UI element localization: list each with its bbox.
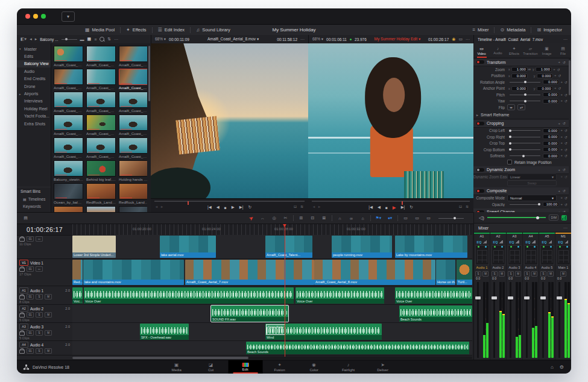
auto-select-button[interactable]: 01 [27, 236, 34, 242]
source-options-icon[interactable]: ··· [300, 37, 305, 42]
window-menu-button[interactable]: ▾ [62, 11, 75, 22]
slider-knob[interactable] [524, 93, 526, 96]
insert-clip-icon[interactable]: ⊞ [297, 214, 305, 222]
bin-tree-item-audio[interactable]: Audio [17, 67, 51, 75]
track-lock-icon[interactable] [19, 268, 25, 272]
track-header-a1[interactable]: A1Audio 12.001SM8 Clips [17, 287, 72, 305]
track-header-a2[interactable]: A2Audio 22.001SM5 Clips [17, 305, 72, 323]
track-lock-icon[interactable] [19, 349, 25, 354]
mute-button[interactable]: M [45, 294, 52, 299]
replace-clip-icon[interactable]: ⊠ [320, 214, 328, 222]
row-value-field[interactable]: 0.000 [543, 128, 559, 133]
eq-curve-icon[interactable] [515, 240, 519, 243]
mute-button[interactable]: M [45, 348, 52, 354]
panel-toggle-icon[interactable]: ◧▾ [21, 37, 27, 42]
reset-icon[interactable]: ↺ [563, 189, 566, 193]
strip-solo-button[interactable]: S [524, 271, 530, 277]
add-keyframe-icon[interactable]: + [560, 128, 563, 133]
row-dropdown[interactable]: Linear▾ [507, 174, 557, 180]
solo-button[interactable]: S [36, 312, 43, 318]
media-clip-19[interactable]: Ocean_by_balcony... [54, 183, 83, 204]
reset-icon[interactable]: ↺ [557, 67, 560, 72]
page-button-fairlight[interactable]: ♪Fairlight [331, 360, 365, 374]
track-lock-icon[interactable] [19, 313, 25, 318]
video-clip-amalfi-coast-aerial-7-mov[interactable]: Amalfi_Coast_Aerial_7.mov [185, 260, 314, 285]
strip-mute-button[interactable]: M [560, 271, 566, 277]
add-keyframe-icon[interactable]: + [554, 86, 557, 90]
reset-icon[interactable]: ↺ [563, 60, 566, 64]
add-keyframe-icon[interactable]: + [560, 93, 563, 97]
strip-solo-button[interactable]: S [508, 271, 514, 277]
media-clip-thumbnail[interactable] [86, 114, 116, 131]
fader-handle[interactable] [540, 296, 546, 299]
loop-button[interactable]: ↻ [248, 205, 251, 210]
section-enable-toggle[interactable] [476, 168, 484, 172]
settings-gear-icon[interactable]: ⚙ [560, 365, 564, 370]
video-clip-lower-3rd-simple-underl[interactable]: Lower 3rd Simple Underl... [72, 236, 116, 258]
zoom-detail-icon[interactable]: ▭ [413, 214, 421, 222]
eq-curve-icon[interactable] [564, 240, 568, 243]
add-keyframe-icon[interactable]: + [558, 168, 560, 172]
bin-tree-item-interviews[interactable]: Interviews [17, 98, 51, 105]
y-value-field[interactable]: 1.000 [536, 67, 552, 72]
track-header-v1[interactable]: V1Video 101▭17 Clips [17, 259, 72, 286]
media-clip-21[interactable]: RedRock_Landsca... [119, 183, 147, 204]
add-keyframe-icon[interactable]: + [558, 60, 560, 64]
toolbar-button-sound-library[interactable]: ♫Sound Library [191, 25, 236, 35]
media-clip-thumbnail[interactable] [86, 183, 116, 199]
play-reverse-button[interactable]: ◀ [217, 205, 220, 210]
pan-pad[interactable] [475, 245, 489, 265]
zoom-window-button[interactable] [41, 14, 46, 19]
row-slider[interactable] [510, 82, 540, 83]
inspector-tab-file[interactable]: ▤File [555, 43, 571, 58]
y-value-field[interactable]: 0.000 [537, 86, 553, 91]
row-slider[interactable] [510, 130, 540, 131]
reset-icon[interactable]: ↺ [558, 74, 561, 78]
timeline-zoom-slider[interactable] [438, 218, 464, 219]
audio-clip-sfx-overhead-wav[interactable]: SFX - Overhead.wav [140, 324, 189, 340]
reset-icon[interactable]: ↺ [564, 141, 567, 145]
toolbar-button-metadata[interactable]: ⊙Metadata [495, 25, 531, 35]
toolbar-button-edit-index[interactable]: ☰Edit Index [153, 25, 191, 35]
add-keyframe-icon[interactable]: + [560, 148, 563, 152]
fader-handle[interactable] [475, 296, 481, 299]
add-keyframe-icon[interactable]: + [560, 135, 563, 139]
source-clip-name[interactable]: Amalfi_Coast_Aerial_8.mov ▾ [192, 37, 274, 42]
source-right-tools[interactable]: ⊡≋ [294, 204, 303, 208]
timeline-playhead[interactable] [285, 224, 285, 357]
media-clip-10[interactable]: Amalfi_Coast_Tale... [54, 114, 83, 136]
pan-pad[interactable] [524, 245, 538, 265]
media-clip-15[interactable]: Amalfi_Coast_Tale... [119, 137, 147, 158]
fullscreen-icon[interactable]: ▭ [458, 37, 463, 42]
video-clip-horse-on-th[interactable]: Horse on th... [436, 260, 455, 285]
fader-track[interactable] [510, 282, 511, 358]
eq-label[interactable]: EQ [477, 240, 482, 244]
slider-knob[interactable] [509, 136, 511, 138]
tl-stop-button[interactable]: ■ [385, 205, 388, 210]
inspector-section-cropping[interactable]: Cropping+↺ [473, 120, 569, 128]
bin-tree-item-edits[interactable]: Edits [17, 52, 51, 60]
eq-label[interactable]: EQ [493, 240, 498, 244]
overwrite-clip-icon[interactable]: ⊟ [309, 214, 317, 222]
video-clip-lake-and-mountains-mov[interactable]: lake and mountains.mov [83, 260, 184, 285]
tree-expand-icon[interactable]: ▾ [19, 47, 24, 51]
flip-vertical-button[interactable]: ▴▾ [517, 104, 525, 110]
media-clip-thumbnail[interactable] [54, 92, 83, 108]
track-monitor-button[interactable]: ▭ [36, 266, 43, 272]
x-value-field[interactable]: 0.000 [511, 74, 528, 78]
track-header-a3[interactable]: A3Audio 32.001SM5 Clips [17, 323, 72, 341]
row-slider[interactable] [510, 155, 540, 156]
media-clip-thumbnail[interactable] [119, 69, 147, 85]
media-clip-9[interactable]: Amalfi_Coast_Tale... [119, 92, 147, 113]
track-lock-icon[interactable] [19, 331, 25, 336]
inspector-section-dynamic-zoom[interactable]: Dynamic Zoom+↺ [473, 166, 569, 174]
media-clip-thumbnail[interactable] [54, 46, 83, 62]
media-clip-thumbnail[interactable] [119, 114, 147, 131]
y-value-field[interactable]: 0.000 [537, 74, 553, 78]
back-icon[interactable]: ◂ [30, 37, 32, 42]
timeline-right-tools[interactable]: ⊡≋ [459, 204, 469, 208]
eq-curve-icon[interactable] [531, 240, 536, 243]
add-keyframe-icon[interactable]: + [558, 189, 560, 193]
track-monitor-button[interactable]: ▭ [36, 236, 43, 242]
auto-select-button[interactable]: 01 [27, 312, 34, 318]
